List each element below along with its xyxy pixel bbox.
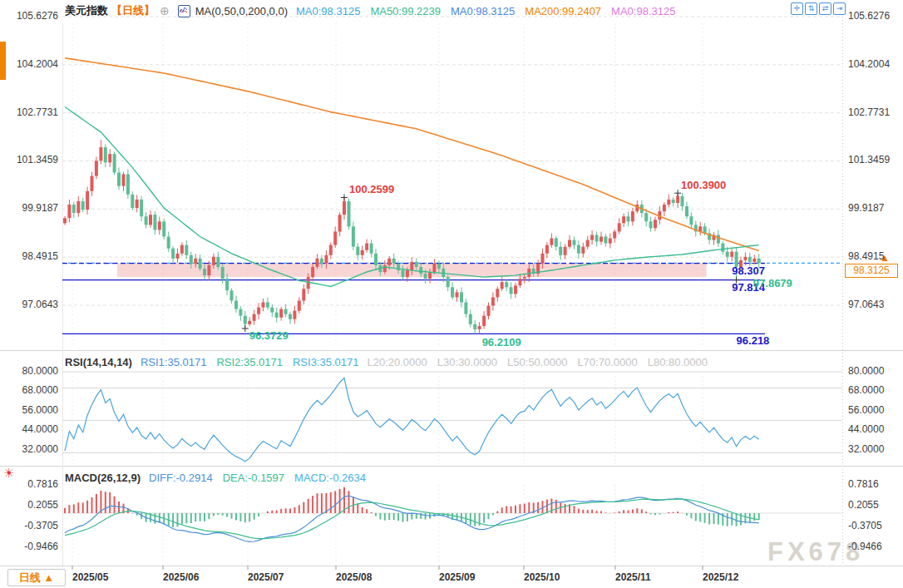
main-axis-left-label: 99.9187 — [0, 202, 58, 215]
main-axis-right-label: 102.7731 — [848, 106, 890, 119]
rsi-axis-left-label: 56.0000 — [0, 404, 58, 417]
rsi-levels: L20:20.0000L30:30.0000L50:50.0000L70:70.… — [367, 356, 707, 368]
rsi-axis-left-label: 32.0000 — [0, 443, 58, 456]
rsi-axis-right-label: 80.0000 — [848, 365, 884, 378]
date-label: 2025/12 — [703, 571, 738, 583]
indicator-value: MA0:98.3125 — [611, 5, 675, 17]
date-label: 2025/11 — [615, 571, 651, 583]
candlestick-canvas[interactable] — [0, 0, 903, 588]
main-axis-left-label: 104.2004 — [0, 58, 58, 71]
date-label: 2025/07 — [248, 571, 284, 583]
macd-values: DIFF:-0.2914DEA:-0.1597MACD:-0.2634 — [149, 472, 366, 484]
indicator-value: DIFF:-0.2914 — [149, 472, 213, 484]
rsi-axis-right-label: 68.0000 — [848, 384, 884, 397]
indicator-value: RSI2:35.0171 — [216, 356, 283, 368]
macd-axis-left-label: -0.3705 — [0, 520, 58, 532]
chart-toolbar: ✛⇅⇄⇥ — [791, 2, 846, 15]
y-axis-scale-icon[interactable]: ⇅ — [805, 2, 817, 15]
main-axis-left-label: 98.4915 — [0, 250, 58, 263]
detach-right-icon[interactable]: ⇥ — [833, 2, 846, 15]
date-label: 2025/05 — [72, 571, 108, 583]
main-axis-left-label: 105.6276 — [0, 10, 58, 22]
price-annotation: 100.3900 — [681, 180, 726, 191]
macd-axis-right-label: 0.2055 — [848, 499, 879, 511]
ma-values: MA0:98.3125MA50:99.2239MA0:98.3125MA200:… — [296, 5, 675, 17]
main-axis-right-label: 101.3459 — [848, 154, 890, 166]
macd-histogram-negative — [132, 513, 758, 527]
main-axis-left-label: 101.3459 — [0, 154, 58, 166]
ma-params: MA(0,50,0,200,0,0) — [195, 5, 288, 17]
macd-axis-right-label: -0.3705 — [848, 520, 882, 532]
price-annotation: 96.2109 — [482, 337, 521, 348]
rsi-values: RSI1:35.0171RSI2:35.0171RSI3:35.0171 — [141, 356, 359, 368]
price-annotation: 96.218 — [737, 335, 770, 347]
macd-title: MACD(26,12,9) — [65, 472, 141, 484]
rsi-header: RSI(14,14,14) RSI1:35.0171RSI2:35.0171RS… — [65, 356, 708, 368]
rsi-level-label: L20:20.0000 — [367, 356, 427, 368]
symbol-title: 美元指数 — [65, 3, 108, 18]
pan-icon[interactable]: ✛ — [791, 2, 803, 15]
rsi-line — [65, 378, 759, 462]
period-tag: 【日线】 — [111, 3, 155, 18]
price-annotation: 98.307 — [732, 265, 765, 277]
candles-down — [72, 147, 761, 329]
rsi-level-label: L70:70.0000 — [577, 356, 637, 368]
rsi-title: RSI(14,14,14) — [65, 356, 132, 368]
add-compare-icon[interactable]: ⊕ — [160, 4, 170, 17]
date-label: 2025/06 — [163, 571, 199, 583]
chart-header: 美元指数 【日线】 ⊕ MA(0,50,0,200,0,0) MA0:98.31… — [65, 3, 675, 18]
indicator-value: MA50:99.2239 — [370, 5, 441, 17]
rsi-axis-left-label: 68.0000 — [0, 384, 58, 397]
main-axis-left-label: 97.0643 — [0, 299, 58, 311]
period-selector[interactable]: 日线 ▲ — [7, 569, 66, 586]
rsi-axis-right-label: 56.0000 — [848, 404, 884, 417]
x-axis-shift-icon[interactable]: ⇄ — [819, 2, 831, 15]
main-axis-right-label: 98.4915 — [848, 250, 884, 263]
macd-axis-right-label: -0.9466 — [848, 541, 882, 553]
chart-app: 美元指数 【日线】 ⊕ MA(0,50,0,200,0,0) MA0:98.31… — [0, 0, 903, 588]
indicator-value: MACD:-0.2634 — [294, 472, 366, 484]
last-price-box: 98.3125 — [845, 264, 898, 278]
rsi-axis-right-label: 44.0000 — [848, 423, 884, 436]
rsi-level-label: L30:30.0000 — [437, 356, 497, 368]
price-annotation: 100.2599 — [349, 184, 394, 195]
macd-histogram-positive — [65, 487, 683, 513]
macd-axis-left-label: -0.9466 — [0, 541, 58, 553]
date-label: 2025/10 — [524, 571, 560, 583]
price-annotation: 96.3729 — [249, 330, 289, 342]
price-annotation: 97.8679 — [753, 278, 792, 289]
main-axis-right-label: 97.0643 — [848, 299, 884, 311]
rsi-level-label: L50:50.0000 — [507, 356, 567, 368]
macd-axis-left-label: 0.7816 — [0, 478, 58, 491]
indicator-value: MA0:98.3125 — [451, 5, 515, 17]
main-axis-right-label: 105.6276 — [848, 10, 890, 22]
rsi-axis-left-label: 44.0000 — [0, 423, 58, 436]
macd-header: MACD(26,12,9) DIFF:-0.2914DEA:-0.1597MAC… — [65, 472, 366, 484]
indicator-value: MA200:99.2407 — [525, 5, 601, 17]
date-label: 2025/09 — [439, 571, 475, 583]
indicator-value: DEA:-0.1597 — [223, 472, 284, 484]
indicator-value: RSI3:35.0171 — [293, 356, 359, 368]
indicator-value: MA0:98.3125 — [296, 5, 360, 17]
rsi-axis-right-label: 32.0000 — [848, 443, 884, 456]
rsi-axis-left-label: 80.0000 — [0, 365, 58, 378]
main-axis-left-label: 102.7731 — [0, 106, 58, 119]
main-axis-right-label: 99.9187 — [848, 202, 884, 215]
macd-axis-right-label: 0.7816 — [848, 478, 879, 491]
main-axis-right-label: 104.2004 — [848, 58, 890, 71]
macd-axis-left-label: 0.2055 — [0, 499, 58, 511]
chart-type-icon[interactable] — [178, 5, 190, 17]
rsi-level-label: L80:80.0000 — [648, 356, 708, 368]
indicator-value: RSI1:35.0171 — [141, 356, 207, 368]
date-label: 2025/08 — [336, 571, 372, 583]
